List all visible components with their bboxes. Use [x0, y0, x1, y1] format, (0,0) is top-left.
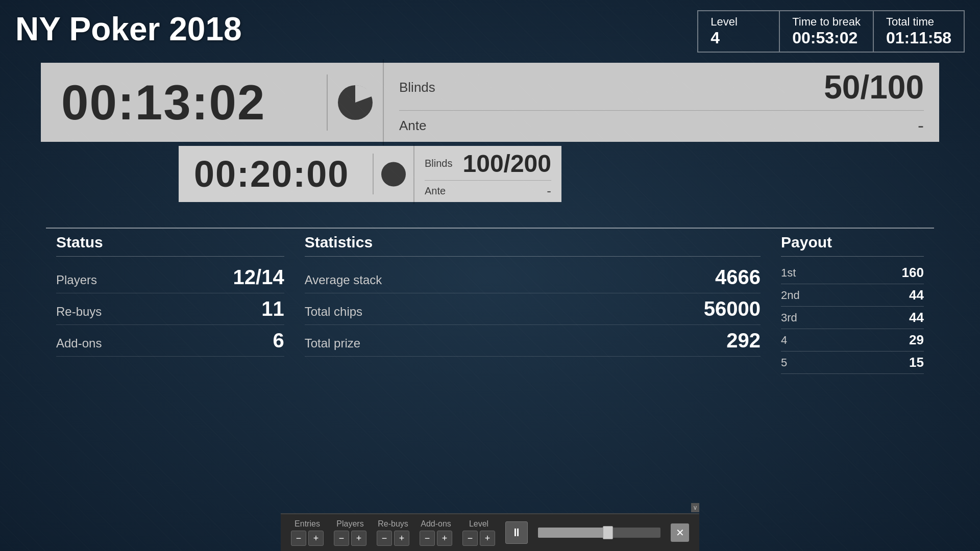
ante-value-current: - [918, 115, 924, 136]
rebuys-value: 11 [261, 297, 284, 320]
bottom-controls: v Entries − + Players − + Re-buys − + Ad… [281, 513, 699, 551]
payout-row: 5 15 [781, 352, 924, 374]
payout-amount: 160 [902, 265, 924, 281]
average-stack-row: Average stack 4666 [305, 262, 761, 293]
progress-thumb[interactable] [603, 526, 613, 539]
app-title: NY Poker 2018 [15, 10, 242, 48]
close-button[interactable]: ✕ [671, 523, 689, 542]
payout-amount: 15 [909, 355, 924, 370]
level-ctrl-label: Level [469, 519, 488, 529]
payout-column: Payout 1st 160 2nd 44 3rd 44 4 29 5 15 [771, 228, 934, 374]
total-chips-value: 56000 [704, 297, 761, 320]
total-chips-label: Total chips [305, 305, 362, 319]
level-plus-button[interactable]: + [480, 531, 495, 546]
average-stack-label: Average stack [305, 273, 382, 287]
total-prize-value: 292 [726, 329, 761, 352]
rebuys-minus-button[interactable]: − [377, 531, 392, 546]
entries-minus-button[interactable]: − [291, 531, 306, 546]
players-label: Players [56, 273, 97, 287]
level-value: 4 [710, 29, 767, 47]
time-to-break-label: Time to break [792, 15, 861, 29]
pie-chart-next [373, 154, 413, 194]
pie-chart-next-svg [381, 158, 406, 191]
v-badge: v [691, 503, 699, 512]
total-prize-row: Total prize 292 [305, 325, 761, 357]
players-plus-button[interactable]: + [351, 531, 366, 546]
blinds-value-next: 100/200 [462, 149, 551, 178]
statistics-header: Statistics [305, 229, 761, 257]
time-to-break-box: Time to break 00:53:02 [780, 11, 874, 52]
total-time-value: 01:11:58 [886, 29, 951, 47]
entries-buttons: − + [291, 531, 324, 546]
rebuys-ctrl-label: Re-buys [378, 519, 408, 529]
svg-point-1 [381, 162, 406, 186]
addons-row: Add-ons 6 [56, 325, 284, 357]
payout-row: 1st 160 [781, 262, 924, 284]
ante-row-next: Ante - [425, 181, 551, 202]
blinds-row-current: Blinds 50/100 [399, 64, 924, 111]
addons-ctrl-label: Add-ons [421, 519, 451, 529]
addons-plus-button[interactable]: + [437, 531, 452, 546]
entries-plus-button[interactable]: + [308, 531, 324, 546]
current-timer: 00:13:02 [41, 74, 327, 131]
players-minus-button[interactable]: − [334, 531, 349, 546]
next-level-panel: 00:20:00 Blinds 100/200 Ante - [179, 146, 561, 202]
progress-bar[interactable] [538, 528, 660, 538]
ante-label-current: Ante [399, 118, 427, 134]
main-content: 00:13:02 Blinds 50/100 Ante - 00:20:00 [0, 53, 980, 384]
addons-minus-button[interactable]: − [420, 531, 435, 546]
payout-rows: 1st 160 2nd 44 3rd 44 4 29 5 15 [781, 262, 924, 374]
total-chips-row: Total chips 56000 [305, 293, 761, 325]
players-control: Players − + [334, 519, 366, 546]
pie-chart-svg [338, 80, 373, 126]
average-stack-value: 4666 [715, 266, 761, 289]
addons-control: Add-ons − + [420, 519, 452, 546]
current-level-panel: 00:13:02 Blinds 50/100 Ante - [41, 63, 939, 142]
stats-section: Status Players 12/14 Re-buys 11 Add-ons … [41, 228, 939, 374]
entries-control: Entries − + [291, 519, 324, 546]
ante-row-current: Ante - [399, 111, 924, 140]
blinds-row-next: Blinds 100/200 [425, 147, 551, 181]
addons-label: Add-ons [56, 336, 102, 350]
total-prize-label: Total prize [305, 336, 360, 350]
blinds-label-current: Blinds [399, 80, 435, 95]
next-timer: 00:20:00 [179, 153, 373, 195]
rebuys-buttons: − + [377, 531, 409, 546]
status-header: Status [56, 229, 284, 257]
blinds-section-current: Blinds 50/100 Ante - [383, 59, 939, 145]
pause-button[interactable]: ⏸ [505, 521, 528, 544]
payout-place-label: 4 [781, 334, 787, 347]
payout-place-label: 5 [781, 356, 787, 369]
players-buttons: − + [334, 531, 366, 546]
payout-amount: 44 [909, 310, 924, 325]
payout-row: 3rd 44 [781, 307, 924, 329]
payout-amount: 29 [909, 332, 924, 348]
rebuys-plus-button[interactable]: + [394, 531, 409, 546]
blinds-section-next: Blinds 100/200 Ante - [413, 144, 561, 204]
total-time-box: Total time 01:11:58 [874, 11, 964, 52]
level-label: Level [710, 15, 767, 29]
progress-fill [538, 528, 605, 538]
level-control: Level − + [462, 519, 495, 546]
blinds-label-next: Blinds [425, 158, 452, 169]
top-bar: NY Poker 2018 Level 4 Time to break 00:5… [0, 0, 980, 53]
addons-buttons: − + [420, 531, 452, 546]
payout-row: 4 29 [781, 329, 924, 352]
level-buttons: − + [462, 531, 495, 546]
pie-chart-current [327, 74, 383, 131]
status-column: Status Players 12/14 Re-buys 11 Add-ons … [46, 228, 295, 374]
top-right-info: Level 4 Time to break 00:53:02 Total tim… [697, 10, 965, 53]
payout-header: Payout [781, 229, 924, 257]
rebuys-label: Re-buys [56, 305, 102, 319]
ante-label-next: Ante [425, 185, 446, 197]
blinds-value-current: 50/100 [824, 68, 924, 106]
level-box: Level 4 [698, 11, 780, 52]
payout-place-label: 1st [781, 266, 796, 280]
level-minus-button[interactable]: − [462, 531, 478, 546]
payout-amount: 44 [909, 287, 924, 303]
time-to-break-value: 00:53:02 [792, 29, 861, 47]
players-value: 12/14 [233, 266, 284, 289]
ante-value-next: - [547, 183, 551, 199]
statistics-column: Statistics Average stack 4666 Total chip… [295, 228, 771, 374]
rebuys-row: Re-buys 11 [56, 293, 284, 325]
